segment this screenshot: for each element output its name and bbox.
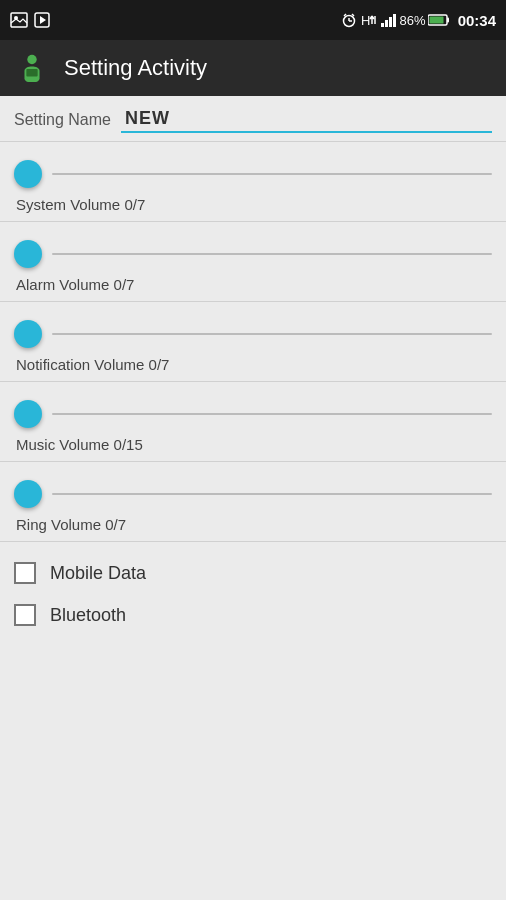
alarm-volume-track[interactable] xyxy=(52,253,492,255)
mobile-data-checkbox[interactable] xyxy=(14,562,36,584)
system-volume-section: System Volume 0/7 xyxy=(0,142,506,221)
svg-point-13 xyxy=(27,55,36,64)
svg-rect-14 xyxy=(26,69,37,77)
system-volume-slider-row xyxy=(14,160,492,188)
music-volume-thumb[interactable] xyxy=(14,400,42,428)
image-icon xyxy=(10,12,28,28)
app-icon xyxy=(14,50,50,86)
alarm-volume-thumb[interactable] xyxy=(14,240,42,268)
battery-display: 86% xyxy=(400,13,450,28)
music-volume-label: Music Volume 0/15 xyxy=(16,436,492,453)
mobile-data-label: Mobile Data xyxy=(50,563,146,584)
setting-name-row: Setting Name xyxy=(0,96,506,142)
alarm-volume-section: Alarm Volume 0/7 xyxy=(0,222,506,301)
notification-volume-slider-row xyxy=(14,320,492,348)
ring-volume-section: Ring Volume 0/7 xyxy=(0,462,506,541)
svg-rect-11 xyxy=(447,18,449,23)
ring-volume-thumb[interactable] xyxy=(14,480,42,508)
play-icon xyxy=(34,12,50,28)
status-left-icons xyxy=(10,12,50,28)
system-volume-label: System Volume 0/7 xyxy=(16,196,492,213)
alarm-volume-label: Alarm Volume 0/7 xyxy=(16,276,492,293)
battery-icon xyxy=(428,14,450,26)
ring-volume-track[interactable] xyxy=(52,493,492,495)
bluetooth-label: Bluetooth xyxy=(50,605,126,626)
system-volume-thumb[interactable] xyxy=(14,160,42,188)
music-volume-slider-row xyxy=(14,400,492,428)
signal-icon xyxy=(381,13,396,27)
notification-volume-label: Notification Volume 0/7 xyxy=(16,356,492,373)
bluetooth-row: Bluetooth xyxy=(14,594,492,636)
notification-volume-track[interactable] xyxy=(52,333,492,335)
system-volume-track[interactable] xyxy=(52,173,492,175)
svg-rect-12 xyxy=(429,17,443,24)
notification-volume-section: Notification Volume 0/7 xyxy=(0,302,506,381)
status-right-icons: H 86% 00:34 xyxy=(341,12,496,29)
svg-text:H: H xyxy=(361,13,370,28)
alarm-icon xyxy=(341,12,357,28)
svg-marker-3 xyxy=(40,16,46,24)
mobile-data-row: Mobile Data xyxy=(14,552,492,594)
checkbox-section: Mobile Data Bluetooth xyxy=(0,542,506,646)
ring-volume-slider-row xyxy=(14,480,492,508)
setting-name-input[interactable] xyxy=(121,106,492,133)
app-title: Setting Activity xyxy=(64,55,207,81)
main-content: Setting Name System Volume 0/7 Alarm Vol… xyxy=(0,96,506,900)
app-bar: Setting Activity xyxy=(0,40,506,96)
bluetooth-checkbox[interactable] xyxy=(14,604,36,626)
time-display: 00:34 xyxy=(458,12,496,29)
status-bar: H 86% 00:34 xyxy=(0,0,506,40)
ring-volume-label: Ring Volume 0/7 xyxy=(16,516,492,533)
notification-volume-thumb[interactable] xyxy=(14,320,42,348)
setting-name-label: Setting Name xyxy=(14,111,111,129)
music-volume-track[interactable] xyxy=(52,413,492,415)
data-icon: H xyxy=(361,12,377,28)
music-volume-section: Music Volume 0/15 xyxy=(0,382,506,461)
alarm-volume-slider-row xyxy=(14,240,492,268)
